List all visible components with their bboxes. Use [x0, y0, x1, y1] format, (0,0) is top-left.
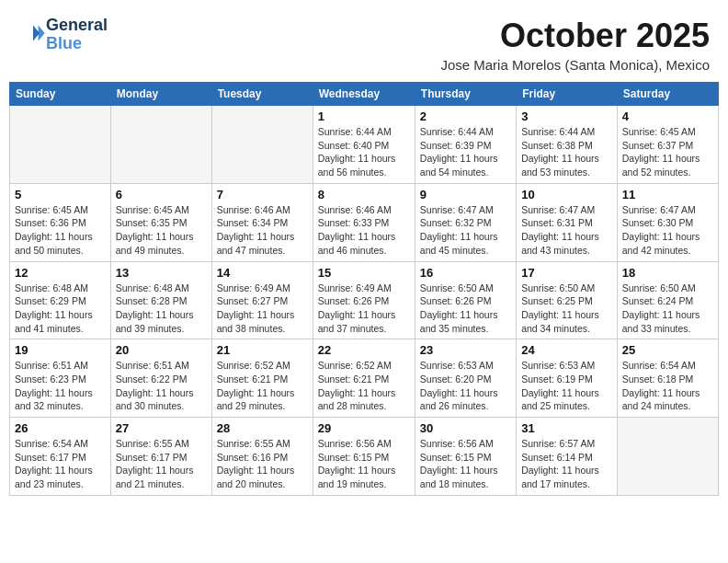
day-number: 15: [318, 266, 410, 280]
day-number: 14: [217, 266, 308, 280]
day-number: 3: [521, 109, 612, 123]
day-info: Sunrise: 6:50 AM Sunset: 6:25 PM Dayligh…: [521, 282, 612, 336]
calendar-cell: 27Sunrise: 6:55 AM Sunset: 6:17 PM Dayli…: [110, 418, 211, 496]
day-info: Sunrise: 6:47 AM Sunset: 6:32 PM Dayligh…: [420, 203, 511, 258]
day-info: Sunrise: 6:56 AM Sunset: 6:15 PM Dayligh…: [420, 437, 511, 491]
logo-icon: [20, 20, 46, 46]
day-number: 4: [622, 109, 713, 123]
day-info: Sunrise: 6:44 AM Sunset: 6:39 PM Dayligh…: [420, 125, 511, 179]
calendar-cell: 25Sunrise: 6:54 AM Sunset: 6:18 PM Dayli…: [617, 339, 718, 418]
calendar-cell: 6Sunrise: 6:45 AM Sunset: 6:35 PM Daylig…: [110, 183, 211, 261]
day-number: 17: [521, 266, 612, 280]
calendar-cell: 23Sunrise: 6:53 AM Sunset: 6:20 PM Dayli…: [415, 339, 516, 418]
day-number: 13: [116, 266, 207, 280]
calendar-cell: 15Sunrise: 6:49 AM Sunset: 6:26 PM Dayli…: [313, 261, 415, 339]
calendar-cell: 2Sunrise: 6:44 AM Sunset: 6:39 PM Daylig…: [415, 106, 516, 184]
day-info: Sunrise: 6:47 AM Sunset: 6:30 PM Dayligh…: [622, 203, 713, 258]
day-number: 5: [15, 188, 106, 201]
month-title: October 2025: [440, 17, 710, 55]
day-number: 9: [420, 188, 511, 201]
day-number: 26: [15, 421, 106, 435]
day-number: 16: [420, 266, 511, 280]
calendar-week-row: 26Sunrise: 6:54 AM Sunset: 6:17 PM Dayli…: [10, 418, 719, 496]
weekday-header-monday: Monday: [110, 83, 211, 106]
day-info: Sunrise: 6:44 AM Sunset: 6:40 PM Dayligh…: [318, 125, 410, 179]
calendar-cell: 7Sunrise: 6:46 AM Sunset: 6:34 PM Daylig…: [211, 183, 313, 261]
calendar-cell: 26Sunrise: 6:54 AM Sunset: 6:17 PM Dayli…: [10, 418, 111, 496]
day-number: 28: [217, 421, 308, 435]
day-number: 20: [116, 343, 207, 357]
day-info: Sunrise: 6:54 AM Sunset: 6:17 PM Dayligh…: [15, 437, 106, 491]
calendar-cell: 10Sunrise: 6:47 AM Sunset: 6:31 PM Dayli…: [517, 183, 618, 261]
day-number: 19: [15, 343, 106, 357]
calendar-cell: [110, 106, 211, 184]
logo-text: GeneralBlue: [46, 17, 108, 53]
calendar-cell: 22Sunrise: 6:52 AM Sunset: 6:21 PM Dayli…: [313, 339, 415, 418]
title-block: October 2025 Jose Maria Morelos (Santa M…: [440, 17, 710, 73]
calendar-cell: 12Sunrise: 6:48 AM Sunset: 6:29 PM Dayli…: [10, 261, 111, 339]
location-title: Jose Maria Morelos (Santa Monica), Mexic…: [440, 57, 710, 73]
day-info: Sunrise: 6:45 AM Sunset: 6:36 PM Dayligh…: [15, 203, 106, 258]
weekday-header-friday: Friday: [517, 83, 618, 106]
calendar-cell: 3Sunrise: 6:44 AM Sunset: 6:38 PM Daylig…: [517, 106, 618, 184]
calendar-cell: 1Sunrise: 6:44 AM Sunset: 6:40 PM Daylig…: [313, 106, 415, 184]
calendar-cell: 18Sunrise: 6:50 AM Sunset: 6:24 PM Dayli…: [617, 261, 718, 339]
calendar-table: SundayMondayTuesdayWednesdayThursdayFrid…: [9, 82, 719, 496]
day-info: Sunrise: 6:54 AM Sunset: 6:18 PM Dayligh…: [622, 359, 713, 413]
day-number: 24: [521, 343, 612, 357]
day-info: Sunrise: 6:52 AM Sunset: 6:21 PM Dayligh…: [318, 359, 410, 413]
day-info: Sunrise: 6:51 AM Sunset: 6:22 PM Dayligh…: [116, 359, 207, 413]
calendar-week-row: 5Sunrise: 6:45 AM Sunset: 6:36 PM Daylig…: [10, 183, 719, 261]
calendar-cell: 21Sunrise: 6:52 AM Sunset: 6:21 PM Dayli…: [211, 339, 313, 418]
weekday-header-thursday: Thursday: [415, 83, 516, 106]
day-info: Sunrise: 6:53 AM Sunset: 6:20 PM Dayligh…: [420, 359, 511, 413]
calendar-cell: [617, 418, 718, 496]
day-info: Sunrise: 6:49 AM Sunset: 6:27 PM Dayligh…: [217, 282, 308, 336]
calendar-week-row: 12Sunrise: 6:48 AM Sunset: 6:29 PM Dayli…: [10, 261, 719, 339]
calendar-cell: 29Sunrise: 6:56 AM Sunset: 6:15 PM Dayli…: [313, 418, 415, 496]
calendar-cell: 13Sunrise: 6:48 AM Sunset: 6:28 PM Dayli…: [110, 261, 211, 339]
day-number: 8: [318, 188, 410, 201]
day-number: 29: [318, 421, 410, 435]
day-info: Sunrise: 6:44 AM Sunset: 6:38 PM Dayligh…: [521, 125, 612, 179]
day-number: 23: [420, 343, 511, 357]
day-number: 2: [420, 109, 511, 123]
day-number: 7: [217, 188, 308, 201]
day-info: Sunrise: 6:50 AM Sunset: 6:26 PM Dayligh…: [420, 282, 511, 336]
calendar-cell: 28Sunrise: 6:55 AM Sunset: 6:16 PM Dayli…: [211, 418, 313, 496]
calendar-cell: 11Sunrise: 6:47 AM Sunset: 6:30 PM Dayli…: [617, 183, 718, 261]
calendar-cell: 16Sunrise: 6:50 AM Sunset: 6:26 PM Dayli…: [415, 261, 516, 339]
day-info: Sunrise: 6:55 AM Sunset: 6:16 PM Dayligh…: [217, 437, 308, 491]
calendar-cell: 31Sunrise: 6:57 AM Sunset: 6:14 PM Dayli…: [517, 418, 618, 496]
day-number: 21: [217, 343, 308, 357]
day-info: Sunrise: 6:47 AM Sunset: 6:31 PM Dayligh…: [521, 203, 612, 258]
day-number: 22: [318, 343, 410, 357]
weekday-header-sunday: Sunday: [10, 83, 111, 106]
weekday-header-tuesday: Tuesday: [211, 83, 313, 106]
calendar-cell: 30Sunrise: 6:56 AM Sunset: 6:15 PM Dayli…: [415, 418, 516, 496]
calendar-cell: 5Sunrise: 6:45 AM Sunset: 6:36 PM Daylig…: [10, 183, 111, 261]
day-info: Sunrise: 6:52 AM Sunset: 6:21 PM Dayligh…: [217, 359, 308, 413]
day-number: 25: [622, 343, 713, 357]
day-number: 12: [15, 266, 106, 280]
day-number: 11: [622, 188, 713, 201]
day-info: Sunrise: 6:46 AM Sunset: 6:33 PM Dayligh…: [318, 203, 410, 258]
weekday-header-saturday: Saturday: [617, 83, 718, 106]
day-number: 10: [521, 188, 612, 201]
day-number: 18: [622, 266, 713, 280]
day-number: 27: [116, 421, 207, 435]
calendar-week-row: 19Sunrise: 6:51 AM Sunset: 6:23 PM Dayli…: [10, 339, 719, 418]
day-info: Sunrise: 6:45 AM Sunset: 6:37 PM Dayligh…: [622, 125, 713, 179]
calendar-cell: [10, 106, 111, 184]
day-info: Sunrise: 6:53 AM Sunset: 6:19 PM Dayligh…: [521, 359, 612, 413]
page-header: GeneralBlue October 2025 Jose Maria More…: [9, 9, 719, 76]
day-number: 31: [521, 421, 612, 435]
weekday-header-row: SundayMondayTuesdayWednesdayThursdayFrid…: [10, 83, 719, 106]
calendar-cell: 4Sunrise: 6:45 AM Sunset: 6:37 PM Daylig…: [617, 106, 718, 184]
day-info: Sunrise: 6:48 AM Sunset: 6:28 PM Dayligh…: [116, 282, 207, 336]
day-info: Sunrise: 6:51 AM Sunset: 6:23 PM Dayligh…: [15, 359, 106, 413]
day-info: Sunrise: 6:48 AM Sunset: 6:29 PM Dayligh…: [15, 282, 106, 336]
calendar-cell: 19Sunrise: 6:51 AM Sunset: 6:23 PM Dayli…: [10, 339, 111, 418]
calendar-cell: 17Sunrise: 6:50 AM Sunset: 6:25 PM Dayli…: [517, 261, 618, 339]
day-info: Sunrise: 6:50 AM Sunset: 6:24 PM Dayligh…: [622, 282, 713, 336]
